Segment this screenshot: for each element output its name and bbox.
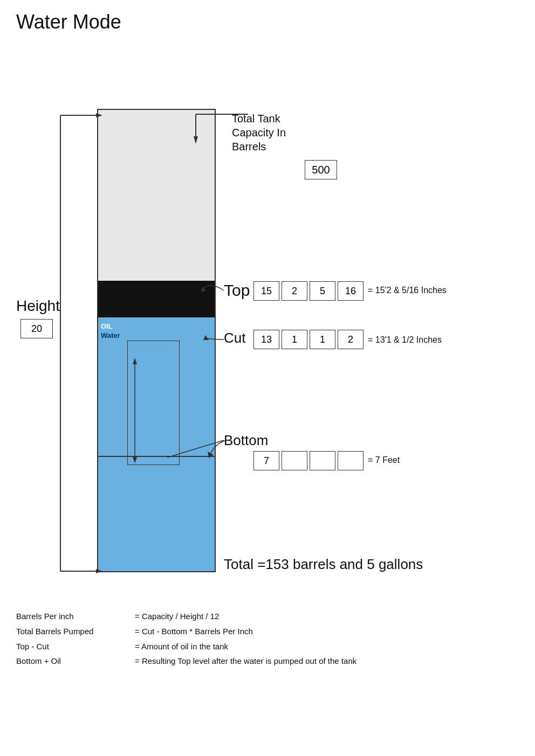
formula-4-left: Bottom + Oil [16, 654, 135, 669]
formula-row-2: Total Barrels Pumped = Cut - Bottom * Ba… [16, 624, 356, 639]
bottom-box-3[interactable] [310, 451, 335, 470]
formula-3-left: Top - Cut [16, 639, 135, 654]
top-box-4[interactable]: 16 [338, 281, 363, 301]
top-box-3[interactable]: 5 [310, 281, 335, 301]
formula-row-4: Bottom + Oil = Resulting Top level after… [16, 654, 356, 669]
height-input[interactable]: 20 [20, 319, 53, 338]
formula-row-1: Barrels Per inch = Capacity / Height / 1… [16, 609, 356, 624]
top-eq: = 15'2 & 5/16 Inches [368, 286, 447, 295]
cut-box-1[interactable]: 13 [253, 330, 279, 349]
formula-1-right: = Capacity / Height / 12 [135, 609, 219, 624]
height-label: Height [16, 297, 60, 315]
capacity-input[interactable]: 500 [305, 160, 337, 179]
total-result: Total =153 barrels and 5 gallons [224, 556, 423, 573]
formula-1-left: Barrels Per inch [16, 609, 135, 624]
bottom-label: Bottom [224, 432, 268, 449]
cut-label: Cut [224, 330, 245, 346]
cut-box-4[interactable]: 2 [338, 330, 363, 349]
top-box-2[interactable]: 2 [282, 281, 307, 301]
bottom-box-1[interactable]: 7 [253, 451, 279, 470]
bottom-box-4[interactable] [338, 451, 363, 470]
formula-block: Barrels Per inch = Capacity / Height / 1… [16, 609, 356, 669]
top-label: Top [224, 281, 250, 300]
oil-label: OIL [101, 322, 113, 330]
tank-air-section [98, 110, 215, 281]
water-label: Water [101, 331, 120, 339]
tank-diagram: OIL Water [97, 109, 216, 572]
formula-3-right: = Amount of oil in the tank [135, 639, 228, 654]
cut-box-3[interactable]: 1 [310, 330, 335, 349]
bottom-eq: = 7 Feet [368, 455, 400, 465]
formula-4-right: = Resulting Top level after the water is… [135, 654, 356, 669]
capacity-label: Total Tank Capacity In Barrels [232, 112, 286, 154]
cut-eq: = 13'1 & 1/2 Inches [368, 335, 442, 345]
formula-2-right: = Cut - Bottom * Barrels Per Inch [135, 624, 253, 639]
tank-oil-band [98, 281, 215, 317]
formula-2-left: Total Barrels Pumped [16, 624, 135, 639]
formula-row-3: Top - Cut = Amount of oil in the tank [16, 639, 356, 654]
page-title: Water Mode [0, 0, 535, 44]
top-box-1[interactable]: 15 [253, 281, 279, 301]
tank-inner-measurement-box [127, 341, 180, 465]
bottom-box-2[interactable] [282, 451, 307, 470]
cut-box-2[interactable]: 1 [282, 330, 307, 349]
